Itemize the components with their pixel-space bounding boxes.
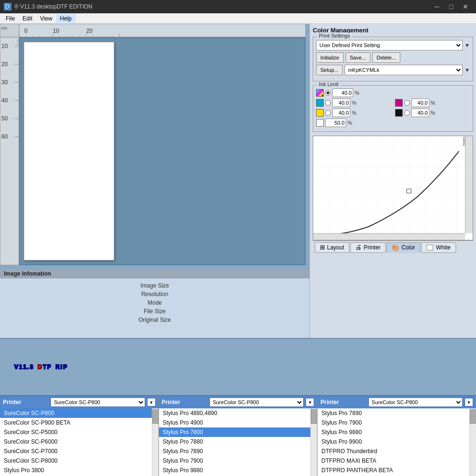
magenta-swatch [395,99,403,107]
menu-help[interactable]: Help [56,14,76,23]
yellow-radio[interactable] [325,110,331,116]
text-tf: TF [43,364,52,370]
printer-select-3[interactable]: SureColor SC-P800 [368,397,463,407]
initialize-button[interactable]: Initialize [316,52,344,63]
cmyk-radio[interactable] [325,90,331,96]
list-item[interactable]: DTFPRO PANTHERA BETA [317,466,469,475]
list-item[interactable]: Stylus Pro 4900 [159,418,311,427]
printer-select-1[interactable]: SureColor SC-P800 [50,397,145,407]
white-icon [426,245,433,250]
minimize-button[interactable]: ─ [430,0,444,13]
cyan-value-input[interactable] [332,99,350,107]
left-preview-area: cm 0 10 20 [0,24,309,338]
print-setting-select-row: User Defined Print Setting ▼ [316,40,470,50]
dropdown-header-2: Printer SureColor SC-P800 ▼ [159,396,317,408]
tab-color-label: Color [401,244,415,251]
dropdown-label-2: Printer [162,399,208,406]
save-button[interactable]: Save... [346,52,370,63]
cyan-pct: % [352,100,357,106]
black-radio[interactable] [404,110,410,116]
black-pct: % [431,110,436,116]
cmyk-value-input[interactable] [332,89,353,97]
dropdown-panel-1: Printer SureColor SC-P800 ▼ SureColor SC… [0,396,159,476]
black-value-input[interactable] [411,109,429,117]
ink-total-row: % [316,89,470,97]
dropdown-arrow-3[interactable]: ▼ [465,398,473,407]
cyan-row: % [316,99,391,107]
list-item[interactable]: SureColor SC-P900 BETA [0,418,152,427]
list-item[interactable]: Stylus Pro 7800 [159,427,311,437]
svg-text:50: 50 [1,115,8,122]
list-item[interactable]: Stylus Pro 3800 [0,466,152,475]
list-item[interactable]: DTFPRO MAXi BETA [317,456,469,466]
list-item[interactable]: Stylus Pro 4880,4890 [159,408,311,418]
ruler-top: 0 10 20 [19,24,306,37]
white-value-input[interactable] [325,119,346,127]
main-content: cm 0 10 20 [0,24,476,338]
list-item[interactable]: SureColor SC-P7000 [0,446,152,456]
list-item[interactable]: Stylus Pro 9900 [317,437,469,446]
list-item[interactable]: SureColor SC-P6000 [0,437,152,446]
bottom-dropdowns: Printer SureColor SC-P800 ▼ SureColor SC… [0,395,476,476]
list-item[interactable]: SureColor SC-P8000 [0,456,152,466]
list-item[interactable]: Stylus Pro 7880 [159,437,311,446]
list-item[interactable]: Stylus Pro 7900 [159,456,311,466]
list-scrollbar-2[interactable] [310,408,317,476]
print-setting-select[interactable]: User Defined Print Setting [316,40,463,50]
ruler-unit: cm [0,25,8,31]
magenta-value-input[interactable] [411,99,429,107]
cyan-radio[interactable] [325,100,331,106]
layout-icon: ⊞ [320,244,325,251]
list-item[interactable]: Stylus Pro 7900 [317,418,469,427]
ruler-left: 10 20 30 40 50 60 [0,37,19,265]
title-bar: D ® V11.3 desktopDTF EDITION ─ □ ✕ [0,0,476,13]
list-item[interactable]: SureColor SC-P5000 [0,427,152,437]
tab-layout[interactable]: ⊞ Layout [315,242,349,253]
list-item[interactable]: Stylus Pro 7890 [159,446,311,456]
list-item[interactable]: Stylus Pro 7890 [317,408,469,418]
ink-limit-title: Ink Limit [317,81,340,87]
big-text-area: V11.3 D TF RIP [0,338,476,395]
setup-row: Setup... mKpKCYMLk ▼ [316,65,470,75]
list-item[interactable]: Stylus Pro 9880 [159,466,311,475]
menu-file[interactable]: File [2,14,19,23]
list-item[interactable]: SureColor SC-P800 [0,408,152,418]
canvas-area: cm 0 10 20 [0,24,309,269]
tab-printer[interactable]: 🖨 Printer [350,242,386,253]
cmyk-pct: % [355,90,359,96]
curve-scroll-x[interactable] [313,233,465,240]
yellow-value-input[interactable] [332,109,350,117]
text-rip: RIP [56,364,68,370]
svg-text:60: 60 [1,133,8,140]
maximize-button[interactable]: □ [445,0,458,13]
ruler-corner: cm [0,24,19,37]
svg-text:30: 30 [1,79,8,86]
tab-white[interactable]: White [421,242,456,253]
dropdown-arrow-1[interactable]: ▼ [147,398,156,407]
menu-bar: File Edit View Help [0,13,476,24]
printer-select-2[interactable]: SureColor SC-P800 [209,397,304,407]
delete-button[interactable]: Delete... [372,52,400,63]
setup-select[interactable]: mKpKCYMLk [345,65,463,75]
magenta-radio[interactable] [404,100,410,106]
dropdown-arrow-2[interactable]: ▼ [306,398,314,407]
tab-layout-label: Layout [327,244,344,251]
dropdown-label-1: Printer [3,399,49,406]
print-settings-group: Print Settings User Defined Print Settin… [313,37,473,81]
close-button[interactable]: ✕ [459,0,472,13]
menu-view[interactable]: View [36,14,56,23]
white-swatch [316,119,324,127]
yellow-black-row: % % [316,109,470,119]
setup-button[interactable]: Setup... [316,65,343,75]
curve-scroll-y[interactable] [465,136,473,233]
curve-area [313,136,473,240]
big-dtf-text: V11.3 D TF RIP [14,364,68,370]
list-scrollbar-1[interactable] [152,408,159,476]
dropdown-header-3: Printer SureColor SC-P800 ▼ [317,396,476,408]
list-item[interactable]: Stylus Pro 9880 [317,427,469,437]
list-item[interactable]: DTFPRO Thunderbird [317,446,469,456]
tab-color[interactable]: 🎨 Color [387,242,420,253]
svg-rect-40 [317,139,468,236]
list-scrollbar-3[interactable] [469,408,476,476]
menu-edit[interactable]: Edit [19,14,36,23]
